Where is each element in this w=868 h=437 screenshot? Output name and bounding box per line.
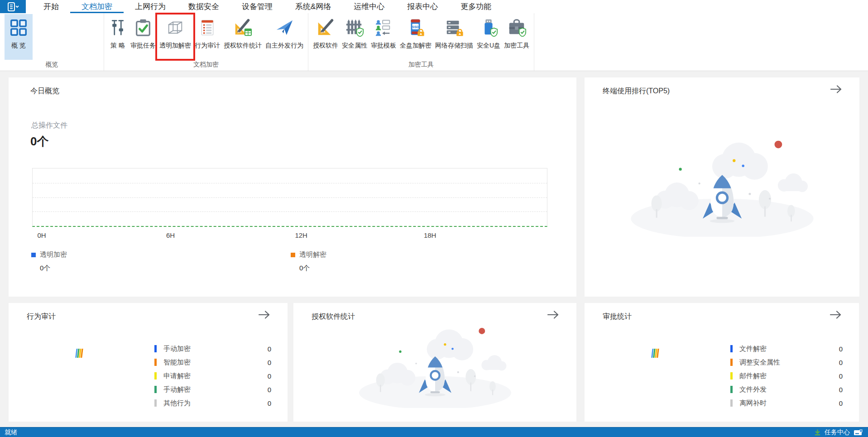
ribbon: 概 览 概览 策 略 (0, 13, 868, 71)
card-title: 审批统计 (603, 312, 632, 322)
rocket-empty-state-illustration (627, 127, 817, 237)
ribbon-button-approval-template[interactable]: 审批模板 (369, 14, 398, 60)
legend-value: 0 (268, 372, 271, 380)
x-tick: 18H (424, 231, 436, 239)
legend-row: 调整安全属性 0 (730, 355, 843, 369)
ribbon-button-approval-template-label: 审批模板 (371, 42, 396, 50)
legend-label: 其他行为 (163, 399, 268, 408)
row-bottom: 行为审计 手动加密 0 智能加密 0 申请解密 0 (9, 303, 859, 422)
menu-item-system-network[interactable]: 系统&网络 (284, 0, 342, 13)
paper-plane-icon (274, 16, 294, 39)
legend-value: 0 (839, 386, 843, 394)
app-menu-button[interactable] (0, 0, 26, 13)
status-ready-text: 就绪 (0, 428, 814, 437)
arrow-right-icon[interactable] (547, 310, 560, 321)
ribbon-group-doc-encrypt: 策 略 审批任务 (104, 13, 308, 71)
statusbar: 就绪 任务中心 (0, 427, 868, 437)
card-today-overview: 今日概览 总操作文件 0个 0H 6H 12H 18H 透明加密 0个 (9, 77, 576, 297)
card-auth-software-stat: 授权软件统计 (293, 303, 576, 422)
ribbon-button-transparent-codec[interactable]: 透明加解密 (158, 14, 193, 60)
policy-sliders-icon (109, 16, 127, 39)
approval-legend-list: 文件解密 0 调整安全属性 0 邮件解密 0 文件外发 0 (730, 342, 843, 410)
legend-head: 透明解密 (291, 250, 326, 259)
overview-icon (9, 16, 28, 39)
legend-value: 0个 (299, 264, 326, 273)
menu-item-start[interactable]: 开始 (32, 0, 70, 13)
svg-text:SSD: SSD (412, 25, 419, 29)
card-approval-stat: 审批统计 文件解密 0 调整安全属性 0 邮件解密 (585, 303, 859, 422)
menu-item-ops-center[interactable]: 运维中心 (342, 0, 396, 13)
metric-value: 0个 (30, 134, 48, 149)
legend-marker (154, 399, 157, 407)
ribbon-group-overview-label: 概览 (0, 60, 104, 71)
legend-row: 智能加密 0 (154, 355, 271, 369)
ribbon-button-overview[interactable]: 概 览 (5, 14, 33, 60)
menu-item-data-security[interactable]: 数据安全 (177, 0, 230, 13)
menu-item-web-behavior[interactable]: 上网行为 (124, 0, 177, 13)
legend-marker (291, 253, 295, 257)
legend-value: 0 (268, 345, 271, 353)
transparent-codec-cube-icon (166, 16, 185, 39)
task-center-button[interactable]: 任务中心 (814, 428, 868, 437)
legend-row: 文件外发 0 (730, 383, 843, 396)
card-behavior-audit: 行为审计 手动加密 0 智能加密 0 申请解密 0 (9, 303, 288, 422)
legend-value: 0 (839, 345, 843, 353)
menubar: 开始 文档加密 上网行为 数据安全 设备管理 系统&网络 运维中心 报表中心 更… (0, 0, 868, 13)
legend-label: 文件解密 (739, 345, 839, 353)
behavior-legend-list: 手动加密 0 智能加密 0 申请解密 0 手动解密 0 (154, 342, 271, 410)
main-content: 今日概览 总操作文件 0个 0H 6H 12H 18H 透明加密 0个 (0, 71, 868, 427)
legend-row: 手动加密 0 (154, 342, 271, 355)
ribbon-button-auth-soft-stat[interactable]: 授权软件统计 (222, 14, 264, 60)
task-center-label: 任务中心 (825, 428, 850, 437)
ribbon-button-full-disk[interactable]: SSD 全盘加解密 (398, 14, 433, 60)
legend-row: 手动解密 0 (154, 383, 271, 396)
legend-row: 文件解密 0 (730, 342, 843, 355)
legend-label: 手动解密 (163, 385, 268, 394)
arrow-right-icon[interactable] (258, 310, 271, 321)
legend-value: 0个 (40, 264, 67, 273)
legend-value: 0 (839, 359, 843, 366)
ribbon-button-security-attr-label: 安全属性 (342, 42, 367, 50)
menu-item-report-center[interactable]: 报表中心 (396, 0, 449, 13)
briefcase-shield-icon (507, 16, 526, 39)
legend-label: 透明解密 (299, 250, 326, 259)
legend-label: 离网补时 (739, 399, 839, 408)
gridline (33, 211, 547, 212)
ribbon-button-behavior-audit[interactable]: 行为审计 (193, 14, 222, 60)
ribbon-button-secure-usb[interactable]: 安全U盘 (475, 14, 502, 60)
ribbon-button-encrypt-tools-label: 加密工具 (504, 42, 529, 50)
usb-shield-icon (479, 16, 498, 39)
task-monitor-icon[interactable] (854, 429, 863, 436)
auth-soft-stat-icon (233, 16, 253, 39)
ribbon-button-network-scan[interactable]: 网络存储扫描 (433, 14, 475, 60)
card-title: 行为审计 (27, 312, 56, 322)
ribbon-button-security-attr[interactable]: 安全属性 (340, 14, 369, 60)
legend-label: 申请解密 (163, 372, 268, 380)
menu-item-more[interactable]: 更多功能 (449, 0, 503, 13)
legend-label: 智能加密 (163, 358, 268, 367)
menu-item-device-mgmt[interactable]: 设备管理 (230, 0, 284, 13)
ribbon-button-policy[interactable]: 策 略 (107, 14, 129, 60)
approval-task-icon (134, 16, 153, 39)
gridline (33, 197, 547, 198)
ribbon-spacer (534, 13, 868, 71)
legend-value: 0 (839, 399, 843, 407)
legend-value: 0 (268, 399, 271, 407)
legend-value: 0 (268, 359, 271, 366)
arrow-right-icon[interactable] (830, 85, 843, 96)
ribbon-button-self-outgoing[interactable]: 自主外发行为 (264, 14, 305, 60)
menu-item-doc-encrypt[interactable]: 文档加密 (70, 0, 124, 13)
legend-marker (730, 345, 733, 352)
chart-x-axis: 0H 6H 12H 18H (32, 231, 547, 241)
empty-pie-placeholder-icon (75, 347, 84, 359)
ribbon-button-approval-task[interactable]: 审批任务 (129, 14, 158, 60)
metric-label: 总操作文件 (31, 121, 67, 130)
legend-transparent-decrypt: 透明解密 0个 (291, 250, 326, 273)
arrow-right-icon[interactable] (829, 310, 843, 321)
ribbon-button-encrypt-tools[interactable]: 加密工具 (502, 14, 531, 60)
ribbon-button-auth-soft[interactable]: 授权软件 (311, 14, 340, 60)
legend-label: 调整安全属性 (739, 358, 839, 367)
ribbon-button-self-outgoing-label: 自主外发行为 (265, 42, 303, 50)
legend-label: 透明加密 (40, 250, 67, 259)
legend-marker (730, 399, 733, 407)
